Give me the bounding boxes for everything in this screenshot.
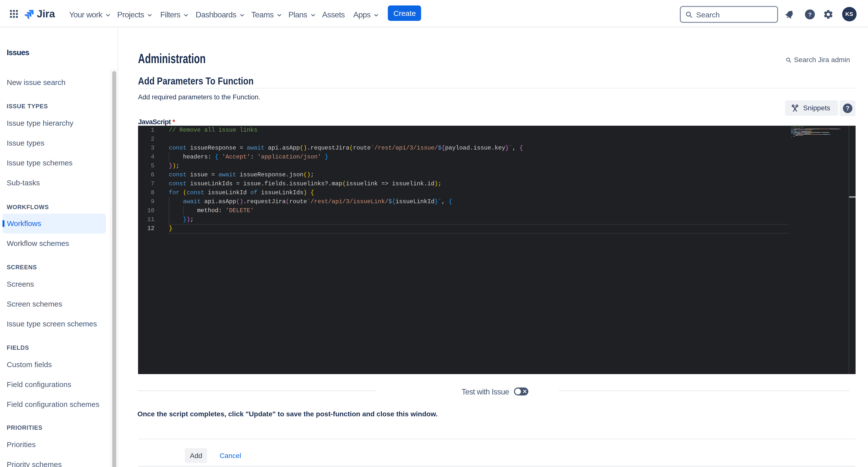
svg-text:?: ? bbox=[846, 105, 849, 111]
svg-text:?: ? bbox=[808, 11, 811, 18]
